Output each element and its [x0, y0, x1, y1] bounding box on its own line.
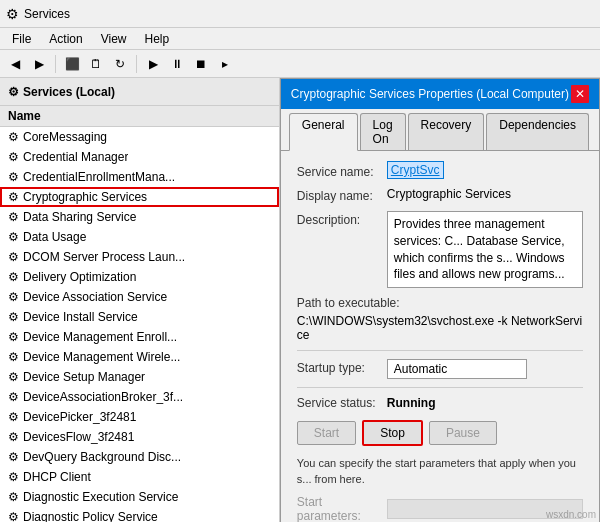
service-icon: ⚙ — [8, 150, 19, 164]
description-box: Provides three management services: C...… — [387, 211, 583, 288]
refresh-button[interactable]: ↻ — [109, 53, 131, 75]
pause-service-button[interactable]: Pause — [429, 421, 497, 445]
services-list[interactable]: ⚙CoreMessaging⚙Credential Manager⚙Creden… — [0, 127, 279, 522]
left-panel: ⚙ Services (Local) Name ⚙CoreMessaging⚙C… — [0, 78, 280, 522]
list-item[interactable]: ⚙Cryptographic Services — [0, 187, 279, 207]
service-icon: ⚙ — [8, 430, 19, 444]
service-name-text: DevicePicker_3f2481 — [23, 410, 136, 424]
service-icon: ⚙ — [8, 510, 19, 522]
tab-dependencies[interactable]: Dependencies — [486, 113, 589, 150]
tab-logon[interactable]: Log On — [360, 113, 406, 150]
properties-dialog: Cryptographic Services Properties (Local… — [280, 78, 600, 522]
menu-file[interactable]: File — [4, 30, 39, 48]
menu-help[interactable]: Help — [137, 30, 178, 48]
list-item[interactable]: ⚙Device Management Wirele... — [0, 347, 279, 367]
service-name-text: Device Install Service — [23, 310, 138, 324]
pause-button[interactable]: ⏸ — [166, 53, 188, 75]
service-name-text: DHCP Client — [23, 470, 91, 484]
service-name-text: DCOM Server Process Laun... — [23, 250, 185, 264]
dialog-close-button[interactable]: ✕ — [571, 85, 589, 103]
service-name-text: Delivery Optimization — [23, 270, 136, 284]
stop-button-toolbar[interactable]: ⏹ — [190, 53, 212, 75]
status-row: Service status: Running — [297, 396, 583, 410]
play-button[interactable]: ▶ — [142, 53, 164, 75]
show-hide-button[interactable]: ⬛ — [61, 53, 83, 75]
start-param-row: Start parameters: — [297, 495, 583, 522]
status-value: Running — [387, 396, 436, 410]
service-icon: ⚙ — [8, 250, 19, 264]
menu-bar: File Action View Help — [0, 28, 600, 50]
back-button[interactable]: ◀ — [4, 53, 26, 75]
dialog-title-bar: Cryptographic Services Properties (Local… — [281, 79, 599, 109]
service-icon: ⚙ — [8, 450, 19, 464]
list-item[interactable]: ⚙DHCP Client — [0, 467, 279, 487]
service-name-text: DeviceAssociationBroker_3f... — [23, 390, 183, 404]
path-value: C:\WINDOWS\system32\svchost.exe -k Netwo… — [297, 314, 583, 342]
display-name-label: Display name: — [297, 187, 387, 203]
menu-view[interactable]: View — [93, 30, 135, 48]
list-item[interactable]: ⚙Data Usage — [0, 227, 279, 247]
restart-button[interactable]: ▸ — [214, 53, 236, 75]
list-item[interactable]: ⚙CoreMessaging — [0, 127, 279, 147]
tabs-container: General Log On Recovery Dependencies — [281, 109, 599, 151]
list-item[interactable]: ⚙Diagnostic Execution Service — [0, 487, 279, 507]
list-item[interactable]: ⚙DevicesFlow_3f2481 — [0, 427, 279, 447]
list-item[interactable]: ⚙Device Install Service — [0, 307, 279, 327]
list-item[interactable]: ⚙Diagnostic Policy Service — [0, 507, 279, 522]
list-item[interactable]: ⚙DCOM Server Process Laun... — [0, 247, 279, 267]
service-name-text: DevicesFlow_3f2481 — [23, 430, 134, 444]
service-name-text: Device Management Enroll... — [23, 330, 177, 344]
list-item[interactable]: ⚙Device Setup Manager — [0, 367, 279, 387]
service-name-text: Credential Manager — [23, 150, 128, 164]
list-header: Name — [0, 106, 279, 127]
list-item[interactable]: ⚙DevicePicker_3f2481 — [0, 407, 279, 427]
service-icon: ⚙ — [8, 130, 19, 144]
separator-2 — [136, 55, 137, 73]
service-icon: ⚙ — [8, 370, 19, 384]
list-item[interactable]: ⚙Delivery Optimization — [0, 267, 279, 287]
list-item[interactable]: ⚙Device Association Service — [0, 287, 279, 307]
service-name-text: Device Association Service — [23, 290, 167, 304]
service-icon: ⚙ — [8, 490, 19, 504]
start-param-label: Start parameters: — [297, 495, 387, 522]
tab-general[interactable]: General — [289, 113, 358, 151]
list-item[interactable]: ⚙Data Sharing Service — [0, 207, 279, 227]
service-icon: ⚙ — [8, 190, 19, 204]
title-bar: ⚙ Services — [0, 0, 600, 28]
startup-type-row: Startup type: Automatic — [297, 359, 583, 379]
service-name-text: Device Setup Manager — [23, 370, 145, 384]
service-name-row: Service name: CryptSvc — [297, 163, 583, 179]
list-item[interactable]: ⚙DevQuery Background Disc... — [0, 447, 279, 467]
list-item[interactable]: ⚙DeviceAssociationBroker_3f... — [0, 387, 279, 407]
forward-button[interactable]: ▶ — [28, 53, 50, 75]
list-item[interactable]: ⚙CredentialEnrollmentMana... — [0, 167, 279, 187]
list-button[interactable]: 🗒 — [85, 53, 107, 75]
tab-recovery[interactable]: Recovery — [408, 113, 485, 150]
title-bar-text: Services — [24, 7, 70, 21]
stop-service-button[interactable]: Stop — [362, 420, 423, 446]
service-name-text: Data Sharing Service — [23, 210, 136, 224]
startup-type-dropdown[interactable]: Automatic — [387, 359, 527, 379]
startup-type-label: Startup type: — [297, 359, 387, 375]
services-local-label: Services (Local) — [23, 85, 115, 99]
main-container: ⚙ Services (Local) Name ⚙CoreMessaging⚙C… — [0, 78, 600, 522]
menu-action[interactable]: Action — [41, 30, 90, 48]
service-icon: ⚙ — [8, 470, 19, 484]
service-name-text: Cryptographic Services — [23, 190, 147, 204]
service-icon: ⚙ — [8, 290, 19, 304]
list-item[interactable]: ⚙Device Management Enroll... — [0, 327, 279, 347]
list-item[interactable]: ⚙Credential Manager — [0, 147, 279, 167]
display-name-row: Display name: Cryptographic Services — [297, 187, 583, 203]
description-label: Description: — [297, 211, 387, 227]
service-icon: ⚙ — [8, 410, 19, 424]
start-service-button[interactable]: Start — [297, 421, 356, 445]
service-name-value: CryptSvc — [387, 163, 583, 177]
separator-1 — [55, 55, 56, 73]
display-name-value: Cryptographic Services — [387, 187, 583, 201]
service-icon: ⚙ — [8, 330, 19, 344]
description-row: Description: Provides three management s… — [297, 211, 583, 288]
services-local-header: ⚙ Services (Local) — [0, 78, 279, 106]
service-icon: ⚙ — [8, 390, 19, 404]
service-name-text: Data Usage — [23, 230, 86, 244]
service-name-text: Diagnostic Policy Service — [23, 510, 158, 522]
